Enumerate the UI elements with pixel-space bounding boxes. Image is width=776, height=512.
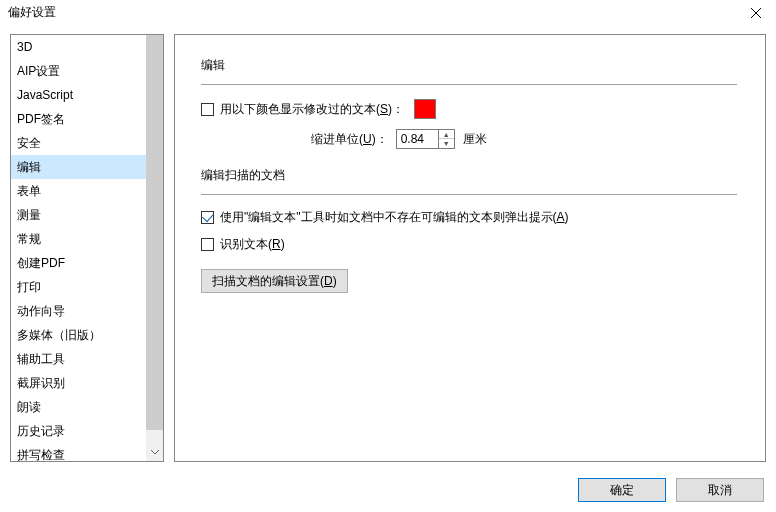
recognize-text-row: 识别文本(R) (201, 236, 745, 253)
show-modified-color-checkbox[interactable] (201, 103, 214, 116)
recognize-text-checkbox[interactable] (201, 238, 214, 251)
indent-unit-row: 缩进单位(U)： ▲ ▼ 厘米 (311, 129, 745, 149)
close-button[interactable] (736, 0, 776, 26)
sidebar-list[interactable]: 3DAIP设置JavaScriptPDF签名安全编辑表单测量常规创建PDF打印动… (11, 35, 146, 461)
spinner-down[interactable]: ▼ (439, 139, 454, 148)
show-modified-color-row: 用以下颜色显示修改过的文本(S)： (201, 99, 745, 119)
chevron-down-icon (151, 450, 159, 455)
edit-group-title: 编辑 (201, 57, 745, 74)
show-modified-color-label: 用以下颜色显示修改过的文本(S)： (220, 101, 404, 118)
sidebar-item[interactable]: 多媒体（旧版） (11, 323, 146, 347)
scan-group-title: 编辑扫描的文档 (201, 167, 745, 184)
sidebar-item[interactable]: 安全 (11, 131, 146, 155)
sidebar-item[interactable]: 历史记录 (11, 419, 146, 443)
content-area: 3DAIP设置JavaScriptPDF签名安全编辑表单测量常规创建PDF打印动… (0, 26, 776, 464)
sidebar-item[interactable]: PDF签名 (11, 107, 146, 131)
window-title: 偏好设置 (8, 4, 56, 21)
edit-text-prompt-label: 使用"编辑文本"工具时如文档中不存在可编辑的文本则弹出提示(A) (220, 209, 569, 226)
edit-text-prompt-checkbox[interactable] (201, 211, 214, 224)
sidebar-item[interactable]: 表单 (11, 179, 146, 203)
spinner-up[interactable]: ▲ (439, 130, 454, 139)
sidebar-item[interactable]: 朗读 (11, 395, 146, 419)
recognize-text-label: 识别文本(R) (220, 236, 285, 253)
indent-unit-unit-label: 厘米 (463, 131, 487, 148)
sidebar-item[interactable]: 打印 (11, 275, 146, 299)
scan-settings-button[interactable]: 扫描文档的编辑设置(D) (201, 269, 348, 293)
settings-panel: 编辑 用以下颜色显示修改过的文本(S)： 缩进单位(U)： ▲ ▼ (174, 34, 766, 462)
sidebar-scrollbar[interactable] (146, 35, 163, 461)
sidebar-item[interactable]: 拼写检查 (11, 443, 146, 461)
sidebar-item[interactable]: JavaScript (11, 83, 146, 107)
scrollbar-down-arrow[interactable] (146, 444, 163, 461)
sidebar-item[interactable]: 常规 (11, 227, 146, 251)
sidebar-item[interactable]: 动作向导 (11, 299, 146, 323)
scrollbar-thumb[interactable] (146, 35, 163, 430)
sidebar-item[interactable]: 辅助工具 (11, 347, 146, 371)
scan-group: 编辑扫描的文档 使用"编辑文本"工具时如文档中不存在可编辑的文本则弹出提示(A)… (201, 167, 745, 293)
edit-text-prompt-row: 使用"编辑文本"工具时如文档中不存在可编辑的文本则弹出提示(A) (201, 209, 745, 226)
dialog-buttons: 确定 取消 (578, 478, 764, 502)
modified-text-color-swatch[interactable] (414, 99, 436, 119)
sidebar: 3DAIP设置JavaScriptPDF签名安全编辑表单测量常规创建PDF打印动… (10, 34, 164, 462)
titlebar: 偏好设置 (0, 0, 776, 26)
cancel-button[interactable]: 取消 (676, 478, 764, 502)
divider (201, 84, 737, 85)
sidebar-item[interactable]: 截屏识别 (11, 371, 146, 395)
indent-unit-label: 缩进单位(U)： (311, 131, 388, 148)
sidebar-item[interactable]: AIP设置 (11, 59, 146, 83)
ok-button[interactable]: 确定 (578, 478, 666, 502)
indent-unit-spinner[interactable]: ▲ ▼ (396, 129, 455, 149)
indent-unit-input[interactable] (396, 129, 438, 149)
edit-group: 编辑 用以下颜色显示修改过的文本(S)： 缩进单位(U)： ▲ ▼ (201, 57, 745, 149)
spinner-buttons: ▲ ▼ (438, 129, 455, 149)
sidebar-item[interactable]: 创建PDF (11, 251, 146, 275)
divider (201, 194, 737, 195)
sidebar-item[interactable]: 测量 (11, 203, 146, 227)
sidebar-item[interactable]: 编辑 (11, 155, 146, 179)
close-icon (751, 8, 761, 18)
sidebar-item[interactable]: 3D (11, 35, 146, 59)
